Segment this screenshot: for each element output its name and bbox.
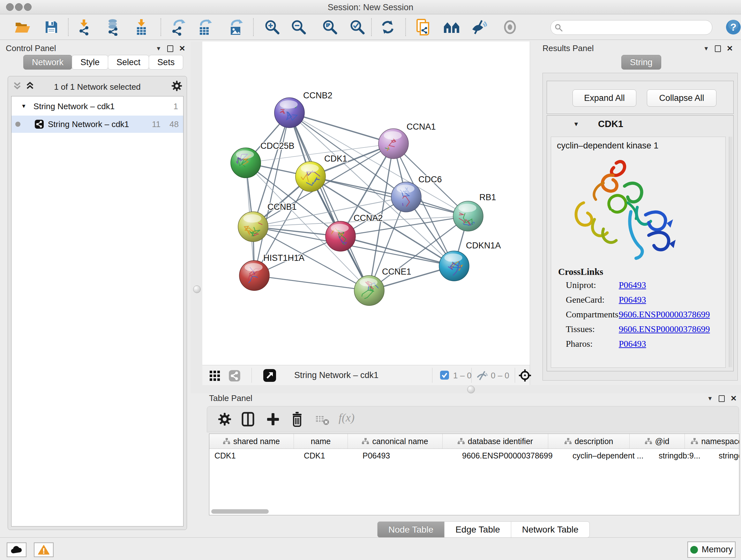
zoom-out-button[interactable] [289,17,308,37]
node-CDKN1A[interactable]: CDKN1A [439,241,501,281]
edge-HIST1H1A-CCNE1[interactable] [254,275,369,291]
tree-expand-icon[interactable]: ▼ [21,103,26,110]
results-panel-collapse-icon[interactable]: ▼ [703,45,709,52]
tab-edge-table[interactable]: Edge Table [444,521,511,538]
column-header[interactable]: @id [630,434,685,449]
column-header[interactable]: namespace [685,434,739,449]
table-panel-collapse-icon[interactable]: ▼ [707,395,713,402]
hidden-eye-slash-icon [476,370,488,381]
save-session-button[interactable] [42,17,61,37]
crosslink-link[interactable]: P06493 [619,339,646,349]
horizontal-splitter[interactable] [191,385,741,393]
cloud-status-button[interactable] [7,543,26,557]
node-CDC6[interactable]: CDC6 [384,175,442,222]
column-header[interactable]: name [294,434,348,449]
export-network-icon [171,18,187,36]
collapse-all-button[interactable]: Collapse All [647,89,717,107]
node-HIST1H1A[interactable]: HIST1H1A [236,253,305,294]
table-panel: Table Panel ▼ ✕ [204,393,741,533]
hidden-count: 0 – 0 [491,371,509,381]
tab-select[interactable]: Select [108,55,149,70]
table-panel-float-icon[interactable] [719,395,725,402]
control-panel-close-icon[interactable]: ✕ [179,44,185,53]
delete-column-icon[interactable] [291,412,304,427]
zoom-selected-button[interactable] [348,17,367,37]
tab-style[interactable]: Style [72,55,108,70]
refresh-view-button[interactable] [378,17,397,37]
help-button[interactable]: ? [724,17,741,37]
entry-details: cyclin–dependent kinase 1 [551,137,726,368]
tab-network[interactable]: Network [23,55,72,70]
memory-button[interactable]: Memory [687,542,736,558]
first-neighbors-button[interactable] [442,17,461,37]
results-panel-close-icon[interactable]: ✕ [727,44,733,53]
tab-node-table[interactable]: Node Table [377,521,445,538]
add-column-icon[interactable] [266,413,279,426]
vertical-splitter[interactable] [191,42,202,385]
splitter-handle[interactable] [467,386,475,393]
share-view-icon[interactable] [228,370,241,382]
search-input[interactable] [566,22,708,33]
node-RB1[interactable]: RB1 [453,192,496,233]
network-collection-row[interactable]: ▼ String Network – cdk1 1 [11,98,183,115]
splitter-handle[interactable] [193,286,201,293]
node-label-CDKN1A: CDKN1A [466,241,501,250]
column-header[interactable]: database identifier [443,434,548,449]
edge-CCNB2-CCNA1[interactable] [289,113,394,144]
edge-CDK1-RB1[interactable] [311,177,468,216]
tab-sets[interactable]: Sets [149,55,183,70]
table-options-gear-icon[interactable] [218,413,231,426]
grid-view-icon[interactable] [209,370,220,381]
results-panel-float-icon[interactable] [715,45,721,52]
network-row-selected[interactable]: String Network – cdk1 11 48 [11,116,183,133]
birds-eye-view-icon[interactable] [518,369,532,382]
column-header[interactable]: shared name [209,434,294,449]
open-session-button[interactable] [13,17,32,37]
zoom-fit-button[interactable] [320,17,340,37]
node-CDC25B[interactable]: CDC25B [231,141,294,178]
crosslink-label: GeneCard: [566,295,604,305]
function-builder-icon: f(x) [339,411,354,424]
selected-checkbox-icon[interactable] [440,370,449,380]
crosslink-link[interactable]: 9606.ENSP00000378699 [619,309,710,320]
crosslink-link[interactable]: 9606.ENSP00000378699 [619,324,710,334]
export-image-button[interactable] [226,17,246,37]
control-panel-collapse-icon[interactable]: ▼ [156,45,161,52]
expand-all-button[interactable]: Expand All [572,89,636,107]
node-CCNB2[interactable]: CCNB2 [274,87,332,128]
entry-collapse-icon[interactable]: ▼ [573,121,579,128]
crosslink-link[interactable]: P06493 [619,295,646,305]
import-table-button[interactable] [132,17,151,37]
control-panel-float-icon[interactable] [167,45,173,52]
edge-CCNB2-CCNE1[interactable] [289,113,369,291]
warnings-button[interactable] [34,543,54,557]
tab-network-table[interactable]: Network Table [511,521,590,538]
tab-string[interactable]: String [621,55,661,70]
results-scrollbar[interactable] [729,137,732,367]
new-network-from-selection-button[interactable] [414,17,434,37]
show-all-button[interactable] [500,17,520,37]
zoom-in-button[interactable] [263,17,282,37]
edge-CCNB2-HIST1H1A[interactable] [254,113,289,275]
detach-view-icon[interactable] [263,369,276,382]
node-CCNE1[interactable]: CCNE1 [354,267,411,306]
import-network-file-button[interactable] [74,17,93,37]
column-header[interactable]: description [548,434,630,449]
show-columns-icon[interactable] [242,412,254,427]
node-CCNA1[interactable]: CCNA1 [370,122,436,165]
node-CDK1[interactable]: CDK1 [287,154,347,192]
export-network-button[interactable] [169,17,188,37]
import-network-database-button[interactable] [103,17,122,37]
table-horizontal-scrollbar[interactable] [211,509,269,514]
crosslink-link[interactable]: P06493 [619,280,646,290]
options-gear-icon[interactable] [172,80,182,91]
hide-selected-button[interactable] [469,17,488,37]
network-view-toolbar: String Network – cdk1 1 – 0 0 – 0 [202,365,530,385]
export-table-button[interactable] [196,17,215,37]
network-canvas[interactable]: CCNB2CCNA1CDC25BCDK1CDC6RB1CCNB1CCNA2CDK… [202,42,530,365]
warning-icon [38,545,50,555]
table-panel-close-icon[interactable]: ✕ [731,394,737,403]
column-header[interactable]: canonical name [348,434,443,449]
table-row[interactable]: CDK1 CDK1 P06493 9606.ENSP00000378699 cy… [209,449,739,462]
node-CCNB1[interactable]: CCNB1 [238,202,297,242]
